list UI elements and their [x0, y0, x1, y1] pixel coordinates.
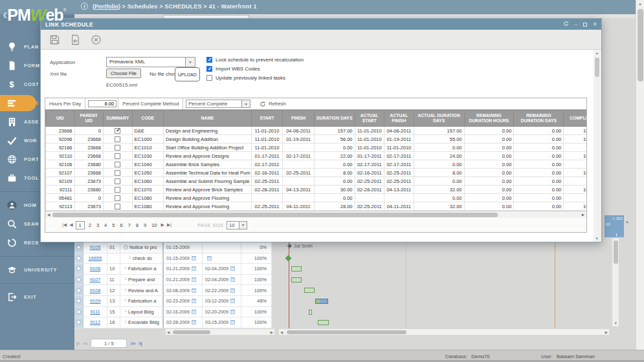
- calendar-icon[interactable]: [192, 320, 196, 325]
- calendar-icon[interactable]: [230, 299, 235, 303]
- chevron-down-icon[interactable]: ▼: [185, 58, 195, 67]
- table-horizontal-scrollbar[interactable]: ◀ ▶: [45, 211, 586, 218]
- chevron-down-icon[interactable]: ▼: [241, 100, 250, 107]
- pager-prev-icon[interactable]: ◀: [69, 222, 72, 228]
- pager-page-1[interactable]: 1: [76, 221, 85, 229]
- scroll-right-icon[interactable]: ▶: [271, 330, 273, 334]
- calendar-icon[interactable]: [230, 320, 235, 325]
- info-icon[interactable]: i: [81, 3, 88, 10]
- calendar-icon[interactable]: [230, 277, 235, 282]
- scrollbar-thumb[interactable]: [287, 330, 406, 334]
- sidebar-item-university[interactable]: UNIVERSITY: [0, 261, 74, 279]
- gantt-task-bar[interactable]: [318, 320, 329, 325]
- modal-vertical-scrollbar[interactable]: ▲ ▼: [594, 50, 601, 242]
- calendar-icon[interactable]: [192, 277, 196, 282]
- choose-file-button[interactable]: Choose File: [106, 69, 141, 78]
- summary-checkbox[interactable]: [115, 145, 120, 151]
- sync-icon[interactable]: [563, 21, 569, 28]
- checkbox[interactable]: [206, 66, 212, 72]
- scroll-right-icon[interactable]: ▶: [582, 213, 584, 217]
- task-id-link[interactable]: 9106: [90, 266, 101, 272]
- scroll-down-icon[interactable]: ▼: [595, 237, 599, 240]
- scrollbar-thumb[interactable]: [52, 213, 498, 217]
- summary-checkbox[interactable]: [115, 153, 120, 159]
- scroll-down-icon[interactable]: ▼: [614, 321, 617, 325]
- calendar-icon[interactable]: [230, 288, 235, 293]
- calendar-icon[interactable]: [192, 299, 196, 303]
- pager-page-9[interactable]: 9: [142, 222, 148, 229]
- scrollbar-thumb[interactable]: [614, 240, 618, 264]
- calendar-icon[interactable]: [192, 256, 196, 261]
- pager-page-4[interactable]: 4: [103, 222, 108, 229]
- calendar-icon[interactable]: [207, 256, 212, 261]
- column-header[interactable]: CODE: [132, 111, 164, 127]
- pager-page-3[interactable]: 3: [95, 222, 100, 229]
- pager-last-button[interactable]: >|: [139, 341, 142, 346]
- pager-value[interactable]: 1 / 5: [91, 339, 127, 348]
- summary-checkbox[interactable]: [115, 128, 120, 134]
- gantt-task-bar[interactable]: [291, 266, 302, 272]
- task-id-link[interactable]: 9108: [90, 288, 101, 293]
- grid-horizontal-scrollbar[interactable]: ◀ ▶: [165, 328, 275, 335]
- page-vertical-scrollbar[interactable]: ▲ ▼: [636, 0, 644, 360]
- column-header[interactable]: REMAINING DURATION DAYS: [514, 111, 564, 127]
- pager-page-8[interactable]: 8: [135, 222, 140, 229]
- column-header[interactable]: FINISH: [283, 111, 315, 127]
- gantt-task-bar[interactable]: [309, 310, 312, 315]
- summary-checkbox[interactable]: [115, 178, 120, 184]
- summary-checkbox[interactable]: [115, 170, 120, 176]
- column-header[interactable]: UID: [46, 111, 75, 127]
- summary-checkbox[interactable]: [115, 162, 120, 167]
- close-icon[interactable]: ×: [593, 22, 597, 27]
- row-radio[interactable]: [76, 320, 81, 325]
- pager-first-icon[interactable]: |◀: [62, 222, 67, 228]
- gantt-horizontal-scrollbar[interactable]: ◀ ▶: [278, 328, 610, 335]
- gantt-milestone[interactable]: [285, 255, 292, 261]
- pager-last-icon[interactable]: ▶|: [167, 222, 172, 228]
- summary-checkbox[interactable]: [115, 136, 120, 142]
- task-id-link[interactable]: 9111: [90, 309, 100, 315]
- task-id-link[interactable]: 9107: [90, 277, 101, 282]
- row-radio[interactable]: [76, 266, 81, 271]
- column-header[interactable]: COMPLETE: [564, 111, 587, 127]
- row-radio[interactable]: [76, 245, 81, 250]
- row-radio[interactable]: [76, 310, 81, 314]
- column-header[interactable]: NAME: [164, 111, 252, 127]
- column-header[interactable]: ACTUAL DURATION DAYS: [414, 111, 464, 127]
- column-header[interactable]: REMAINING DURATION HOURS: [464, 111, 514, 127]
- task-id-link[interactable]: 9105: [90, 244, 101, 250]
- pager-prev-button[interactable]: <<: [83, 341, 87, 346]
- minimize-icon[interactable]: –: [575, 22, 577, 27]
- column-header[interactable]: DURATION DAYS: [314, 111, 355, 127]
- application-select[interactable]: Primavera XML ▼: [106, 57, 195, 67]
- column-header[interactable]: ACTUAL FINISH: [384, 111, 414, 127]
- refresh-button[interactable]: Refresh: [253, 98, 285, 109]
- hours-per-day-input[interactable]: [88, 100, 117, 107]
- scrollbar-thumb[interactable]: [638, 9, 643, 81]
- cancel-icon[interactable]: [91, 34, 102, 45]
- percent-complete-method-select[interactable]: Percent Complete ▼: [186, 100, 250, 108]
- scroll-left-icon[interactable]: ◀: [167, 330, 170, 334]
- export-icon[interactable]: [70, 34, 81, 45]
- row-radio[interactable]: [76, 277, 81, 282]
- save-icon[interactable]: [49, 34, 60, 45]
- pager-page-6[interactable]: 6: [118, 222, 124, 229]
- row-radio[interactable]: [76, 256, 81, 261]
- task-id-link[interactable]: 9112: [90, 319, 100, 325]
- gantt-task-bar[interactable]: [291, 277, 302, 282]
- chevron-down-icon[interactable]: ▼: [239, 222, 247, 229]
- calendar-icon[interactable]: [230, 310, 235, 314]
- scroll-left-icon[interactable]: ◀: [280, 330, 283, 334]
- checkbox[interactable]: [206, 75, 212, 81]
- scrollbar-thumb[interactable]: [173, 330, 210, 334]
- column-header[interactable]: SUMMARY: [104, 111, 133, 127]
- scroll-right-icon[interactable]: ▶: [605, 330, 608, 334]
- summary-checkbox[interactable]: [115, 187, 120, 193]
- upload-button[interactable]: UPLOAD: [175, 67, 200, 81]
- checkbox[interactable]: [206, 57, 212, 63]
- gantt-vertical-scrollbar[interactable]: ▼: [612, 238, 619, 327]
- column-header[interactable]: PARENT UID: [74, 111, 104, 127]
- calendar-icon[interactable]: [192, 310, 196, 314]
- calendar-icon[interactable]: [192, 288, 196, 293]
- column-header[interactable]: START: [251, 111, 283, 127]
